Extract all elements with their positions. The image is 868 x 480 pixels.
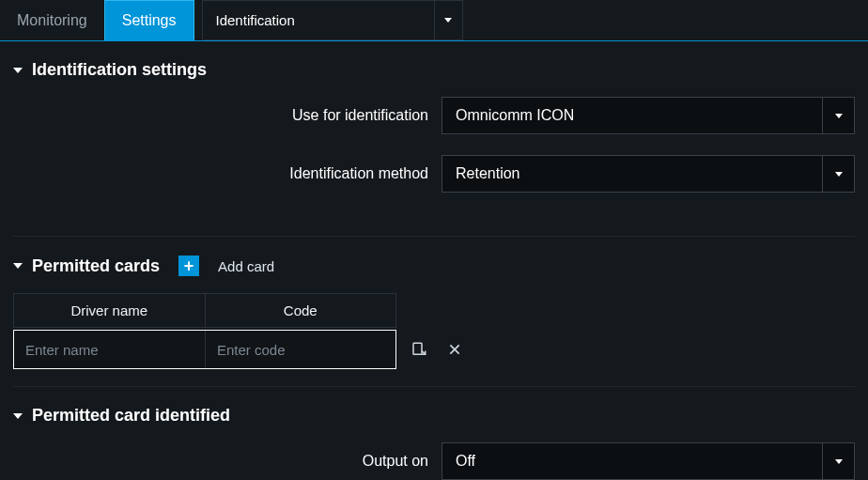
section-header-identification-settings[interactable]: Identification settings (13, 60, 855, 80)
top-tabs: Monitoring Settings Identification (0, 0, 868, 41)
section-identification-settings: Identification settings Use for identifi… (0, 41, 868, 223)
settings-page-select[interactable]: Identification (202, 0, 463, 40)
select-value: Retention (442, 156, 822, 192)
chevron-down-icon (13, 413, 23, 419)
chevron-down-icon (13, 263, 23, 269)
settings-page-select-value: Identification (203, 1, 434, 39)
driver-name-input[interactable] (14, 331, 206, 368)
chevron-down-icon[interactable] (822, 98, 854, 133)
chevron-down-icon[interactable] (822, 443, 854, 479)
col-driver-name: Driver name (14, 294, 206, 327)
tab-settings[interactable]: Settings (104, 0, 194, 40)
select-use-for-identification[interactable]: Omnicomm ICON (442, 97, 855, 134)
row-use-for-identification: Use for identification Omnicomm ICON (13, 97, 855, 134)
chevron-down-icon (13, 68, 23, 73)
select-output-on[interactable]: Off (442, 442, 855, 480)
section-title: Permitted card identified (32, 406, 230, 426)
row-identification-method: Identification method Retention (13, 155, 855, 193)
section-permitted-cards: Permitted cards + Add card Driver name C… (0, 237, 868, 373)
cards-table-header: Driver name Code (13, 293, 396, 328)
section-title: Identification settings (32, 60, 207, 80)
row-output-on: Output on Off (13, 442, 855, 480)
section-permitted-card-identified: Permitted card identified Output on Off (0, 387, 868, 480)
select-value: Off (442, 443, 822, 479)
section-header-permitted-cards[interactable]: Permitted cards + Add card (13, 255, 855, 276)
select-identification-method[interactable]: Retention (442, 155, 855, 193)
select-value: Omnicomm ICON (442, 98, 822, 133)
chevron-down-icon[interactable] (822, 156, 854, 192)
label-output-on: Output on (13, 453, 442, 470)
label-use-for-identification: Use for identification (13, 107, 442, 124)
add-card-button[interactable]: + (178, 255, 199, 276)
tab-monitoring[interactable]: Monitoring (0, 0, 104, 40)
svg-rect-0 (413, 343, 422, 354)
code-input[interactable] (206, 331, 407, 368)
scan-card-icon[interactable] (406, 341, 432, 358)
col-code: Code (206, 294, 396, 327)
section-header-permitted-card-identified[interactable]: Permitted card identified (13, 406, 855, 426)
cards-table: Driver name Code (13, 293, 855, 369)
table-row (13, 330, 477, 369)
add-card-label: Add card (218, 258, 274, 274)
chevron-down-icon[interactable] (434, 1, 462, 39)
label-identification-method: Identification method (13, 165, 442, 182)
cards-row-inputs (13, 330, 396, 369)
plus-icon: + (184, 257, 194, 274)
remove-row-button[interactable] (442, 342, 468, 357)
section-title: Permitted cards (32, 256, 160, 276)
